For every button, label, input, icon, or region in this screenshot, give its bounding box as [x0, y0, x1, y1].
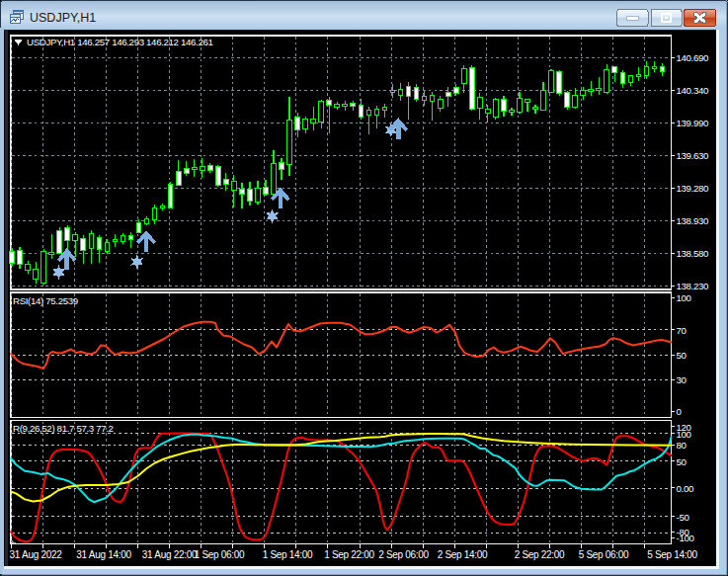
svg-text:80: 80: [677, 440, 688, 451]
svg-text:50: 50: [677, 350, 688, 361]
svg-text:140.690: 140.690: [677, 52, 710, 63]
svg-text:-50: -50: [677, 512, 690, 523]
svg-text:2 Sep 22:00: 2 Sep 22:00: [515, 549, 565, 560]
svg-text:138.930: 138.930: [677, 215, 710, 226]
svg-text:R(9,26,52) 81.7 57.3 77.2: R(9,26,52) 81.7 57.3 77.2: [13, 423, 114, 434]
svg-text:0.00: 0.00: [677, 483, 694, 494]
svg-text:USDJPY,H1: USDJPY,H1: [30, 11, 96, 25]
svg-text:2 Sep 14:00: 2 Sep 14:00: [438, 549, 488, 560]
svg-text:1 Sep 22:00: 1 Sep 22:00: [324, 549, 374, 560]
svg-text:-100: -100: [677, 533, 695, 543]
svg-text:5 Sep 06:00: 5 Sep 06:00: [579, 549, 629, 560]
svg-text:139.990: 139.990: [677, 118, 710, 128]
svg-text:138.580: 138.580: [677, 248, 710, 259]
svg-text:RSI(14) 75.2539: RSI(14) 75.2539: [13, 295, 78, 306]
svg-text:140.340: 140.340: [677, 85, 710, 96]
svg-text:139.280: 139.280: [677, 183, 710, 194]
svg-text:2 Sep 06:00: 2 Sep 06:00: [378, 549, 429, 560]
svg-text:1 Sep 14:00: 1 Sep 14:00: [263, 549, 313, 560]
svg-text:139.630: 139.630: [677, 150, 710, 161]
svg-text:30: 30: [677, 374, 688, 385]
svg-text:50: 50: [677, 456, 688, 467]
svg-text:31 Aug 22:00: 31 Aug 22:00: [142, 549, 198, 560]
svg-text:100: 100: [677, 292, 692, 303]
svg-text:5 Sep 14:00: 5 Sep 14:00: [647, 549, 697, 560]
svg-text:70: 70: [677, 325, 688, 336]
svg-text:31 Aug 14:00: 31 Aug 14:00: [76, 549, 131, 560]
svg-text:USDJPY,H1 146.257 146.293 146: USDJPY,H1 146.257 146.293 146.212 146.26…: [27, 37, 213, 47]
svg-text:100: 100: [677, 429, 692, 440]
svg-text:1 Sep 06:00: 1 Sep 06:00: [195, 549, 245, 560]
svg-text:138.230: 138.230: [677, 281, 710, 291]
svg-text:31 Aug 2022: 31 Aug 2022: [10, 549, 63, 560]
